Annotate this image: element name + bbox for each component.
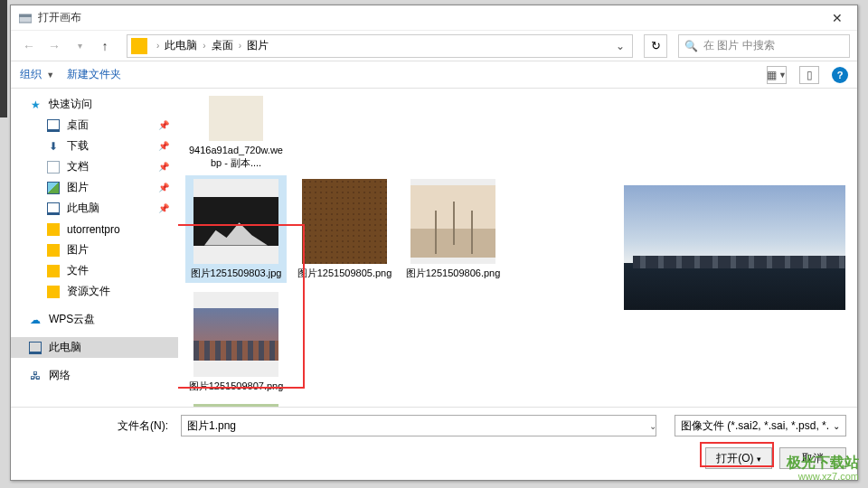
filename-label: 文件名(N): bbox=[11, 418, 174, 434]
file-thumbnail bbox=[193, 292, 278, 377]
sidebar-documents[interactable]: 文档📌 bbox=[11, 156, 178, 177]
recent-dropdown[interactable]: ▾ bbox=[69, 35, 90, 57]
file-label: 图片1251509806.png bbox=[406, 267, 501, 280]
sidebar-resources[interactable]: 资源文件 bbox=[11, 281, 178, 302]
action-row: 打开(O) ▾ 取消 bbox=[11, 444, 857, 480]
document-icon bbox=[47, 161, 60, 174]
sidebar-pics2[interactable]: 图片 bbox=[11, 239, 178, 260]
pin-icon: 📌 bbox=[158, 120, 169, 130]
file-label: 图片1251509805.png bbox=[297, 267, 392, 280]
folder-icon bbox=[47, 286, 60, 298]
search-placeholder: 在 图片 中搜索 bbox=[703, 38, 775, 53]
sidebar-downloads[interactable]: ⬇下载📌 bbox=[11, 136, 178, 156]
pin-icon: 📌 bbox=[158, 183, 169, 192]
cancel-button[interactable]: 取消 bbox=[779, 447, 846, 469]
folder-icon bbox=[47, 244, 60, 257]
sidebar-wps[interactable]: ☁WPS云盘 bbox=[11, 309, 178, 330]
forward-button[interactable]: → bbox=[43, 35, 65, 57]
breadcrumb[interactable]: › 此电脑 › 桌面 › 图片 ⌄ bbox=[127, 34, 633, 58]
chevron-icon: › bbox=[153, 41, 163, 51]
cloud-icon: ☁ bbox=[29, 314, 42, 326]
search-icon: 🔍 bbox=[684, 40, 698, 52]
footer: 文件名(N): ⌄ 图像文件 (*.sai2, *.sai, *.psd, *.… bbox=[11, 407, 857, 444]
file-thumbnail bbox=[410, 179, 495, 264]
preview-pane-button[interactable]: ▯ bbox=[799, 66, 819, 84]
file-item[interactable]: 9416a91ad_720w.webp - 副本.... bbox=[185, 92, 287, 174]
nav-bar: ← → ▾ ↑ › 此电脑 › 桌面 › 图片 ⌄ ↻ 🔍 在 图片 中搜索 bbox=[11, 31, 857, 61]
file-item[interactable]: 微信截图_20231128151605.png bbox=[294, 400, 395, 407]
filetype-value: 图像文件 (*.sai2, *.sai, *.psd, *. bbox=[681, 418, 829, 434]
sidebar: ★快速访问 桌面📌 ⬇下载📌 文档📌 图片📌 此电脑📌 utorrentpro … bbox=[11, 89, 178, 407]
file-label: 图片1251509803.jpg bbox=[191, 267, 282, 280]
file-list-pane[interactable]: 9416a91ad_720w.webp - 副本.... 图片125150980… bbox=[178, 89, 611, 407]
file-label: 9416a91ad_720w.webp - 副本.... bbox=[187, 145, 285, 170]
app-icon bbox=[18, 11, 33, 25]
sidebar-thispc[interactable]: 此电脑 bbox=[11, 337, 178, 358]
pictures-icon bbox=[47, 182, 60, 194]
sidebar-files[interactable]: 文件 bbox=[11, 260, 178, 281]
file-thumbnail bbox=[302, 404, 387, 407]
view-mode-button[interactable]: ▦▼ bbox=[767, 66, 787, 84]
preview-pane bbox=[611, 89, 857, 407]
dialog-title: 打开画布 bbox=[38, 10, 821, 25]
file-item[interactable]: 图片1251509805.png bbox=[294, 175, 395, 284]
svg-rect-1 bbox=[19, 14, 32, 17]
network-icon: 🖧 bbox=[29, 370, 42, 382]
breadcrumb-seg2[interactable]: 图片 bbox=[247, 38, 269, 53]
chevron-down-icon: ⌄ bbox=[833, 421, 840, 431]
file-label: 图片1251509807.png bbox=[189, 380, 284, 393]
close-button[interactable]: ✕ bbox=[821, 7, 854, 29]
pc-icon bbox=[29, 342, 42, 354]
sidebar-utorrent[interactable]: utorrentpro bbox=[11, 219, 178, 239]
sidebar-thispc-pin[interactable]: 此电脑📌 bbox=[11, 198, 178, 219]
new-folder-button[interactable]: 新建文件夹 bbox=[67, 67, 121, 82]
sidebar-network[interactable]: 🖧网络 bbox=[11, 365, 178, 386]
star-icon: ★ bbox=[29, 99, 42, 111]
help-button[interactable]: ? bbox=[832, 67, 848, 83]
file-item[interactable]: 图片1251509807.png bbox=[185, 288, 287, 397]
breadcrumb-root[interactable]: 此电脑 bbox=[165, 38, 197, 53]
sidebar-desktop[interactable]: 桌面📌 bbox=[11, 115, 178, 136]
desktop-icon bbox=[47, 119, 60, 132]
sidebar-pictures[interactable]: 图片📌 bbox=[11, 177, 178, 198]
pin-icon: 📌 bbox=[158, 162, 169, 172]
filetype-select[interactable]: 图像文件 (*.sai2, *.sai, *.psd, *. ⌄ bbox=[675, 415, 846, 436]
filename-history-dropdown[interactable]: ⌄ bbox=[644, 421, 662, 431]
open-file-dialog: 打开画布 ✕ ← → ▾ ↑ › 此电脑 › 桌面 › 图片 ⌄ ↻ 🔍 在 图… bbox=[10, 5, 858, 481]
preview-image bbox=[624, 185, 845, 310]
breadcrumb-dropdown[interactable]: ⌄ bbox=[612, 40, 628, 52]
pin-icon: 📌 bbox=[158, 141, 169, 151]
titlebar: 打开画布 ✕ bbox=[11, 5, 857, 31]
pc-icon bbox=[47, 202, 60, 215]
file-thumbnail bbox=[193, 404, 278, 407]
folder-icon bbox=[47, 223, 60, 236]
background-sidebar-strip bbox=[0, 0, 7, 117]
file-thumbnail bbox=[302, 179, 387, 264]
download-icon: ⬇ bbox=[47, 140, 60, 153]
pin-icon: 📌 bbox=[158, 203, 169, 213]
search-box[interactable]: 🔍 在 图片 中搜索 bbox=[678, 34, 850, 58]
folder-icon bbox=[47, 265, 60, 277]
open-button[interactable]: 打开(O) ▾ bbox=[705, 447, 772, 469]
file-item[interactable]: 图片1251509806.png bbox=[402, 175, 504, 284]
file-thumbnail bbox=[209, 96, 263, 141]
chevron-icon: › bbox=[235, 41, 245, 51]
chevron-icon: › bbox=[199, 41, 209, 51]
breadcrumb-seg1[interactable]: 桌面 bbox=[212, 38, 233, 53]
folder-icon bbox=[131, 38, 147, 54]
file-thumbnail bbox=[193, 179, 278, 264]
back-button[interactable]: ← bbox=[18, 35, 40, 57]
sidebar-quick-access[interactable]: ★快速访问 bbox=[11, 94, 178, 115]
file-item[interactable]: 图片1251509803.jpg bbox=[185, 175, 287, 284]
file-item[interactable]: 图片1251509808.png bbox=[185, 400, 287, 407]
toolbar: 组织 ▼ 新建文件夹 ▦▼ ▯ ? bbox=[11, 61, 857, 89]
main-area: ★快速访问 桌面📌 ⬇下载📌 文档📌 图片📌 此电脑📌 utorrentpro … bbox=[11, 89, 857, 407]
organize-menu[interactable]: 组织 ▼ bbox=[20, 67, 54, 82]
up-button[interactable]: ↑ bbox=[94, 35, 116, 57]
filename-input[interactable] bbox=[181, 415, 656, 436]
refresh-button[interactable]: ↻ bbox=[644, 34, 667, 58]
